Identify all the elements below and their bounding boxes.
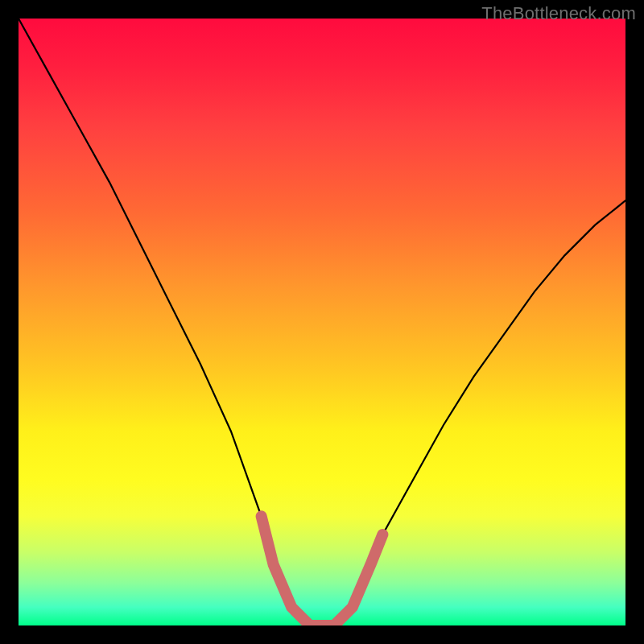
plot-area xyxy=(19,19,625,625)
flat-minimum-highlight xyxy=(262,516,383,625)
watermark-text: TheBottleneck.com xyxy=(481,3,636,24)
chart-frame: TheBottleneck.com xyxy=(0,0,644,644)
curve-layer xyxy=(19,19,625,625)
bottleneck-curve xyxy=(19,19,625,625)
